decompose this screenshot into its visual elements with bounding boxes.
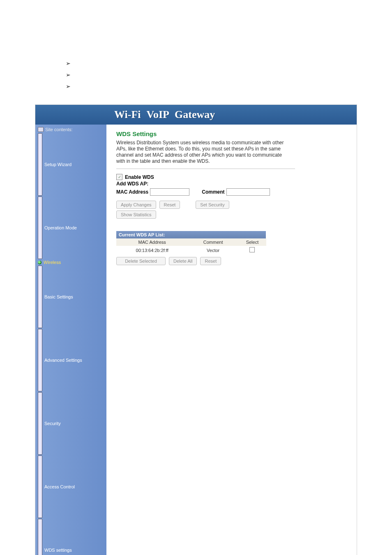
sidebar-item-wireless[interactable]: Wireless xyxy=(38,259,105,265)
row-select-checkbox[interactable] xyxy=(249,247,255,252)
page-icon xyxy=(38,519,42,555)
sidebar-item-label: Access Control xyxy=(44,484,75,489)
page-icon xyxy=(38,329,42,391)
mac-address-input[interactable] xyxy=(150,188,189,196)
folder-open-icon xyxy=(38,261,42,264)
sidebar-item-operation-mode[interactable]: Operation Mode xyxy=(38,196,105,259)
table-row: 00:13:64:2b:2f:ff Vector xyxy=(116,246,266,254)
delete-selected-button[interactable]: Delete Selected xyxy=(116,257,166,265)
reset-button[interactable]: Reset xyxy=(159,201,180,209)
sidebar-title: Site contents: xyxy=(38,127,105,132)
page-icon xyxy=(38,197,42,259)
arrow-icon: ➢ xyxy=(66,60,71,67)
divider xyxy=(116,169,295,169)
cell-comment: Vector xyxy=(188,246,238,254)
page-icon xyxy=(38,266,42,328)
th-comment: Comment xyxy=(188,238,238,246)
banner-title: Wi-Fi VoIP Gateway xyxy=(35,105,357,125)
page-title: WDS Settings xyxy=(116,130,343,137)
page-icon xyxy=(38,133,42,196)
comment-label: Comment xyxy=(202,189,224,195)
sidebar-item-security[interactable]: Security xyxy=(38,392,105,455)
sidebar-title-text: Site contents: xyxy=(45,127,73,132)
show-statistics-button[interactable]: Show Statistics xyxy=(116,210,156,219)
screenshot-wds-settings: Wi-Fi VoIP Gateway Site contents: Setup … xyxy=(35,104,357,555)
comment-input[interactable] xyxy=(226,188,270,196)
add-wds-ap-label: Add WDS AP: xyxy=(116,181,343,187)
mac-address-label: MAC Address xyxy=(116,189,148,195)
apply-changes-button[interactable]: Apply Changes xyxy=(116,201,156,209)
sidebar-item-label: Basic Settings xyxy=(44,294,73,299)
page-icon xyxy=(38,456,42,518)
cell-mac: 00:13:64:2b:2f:ff xyxy=(116,246,188,254)
arrow-icon: ➢ xyxy=(66,83,71,90)
sidebar-item-label: WDS settings xyxy=(44,548,72,553)
sidebar-item-label: Wireless xyxy=(44,260,61,265)
wds-list-caption: Current WDS AP List: xyxy=(116,231,266,238)
cell-select xyxy=(238,246,266,254)
th-select: Select xyxy=(238,238,266,246)
sidebar: Site contents: Setup Wizard Operation Mo… xyxy=(35,125,106,555)
monitor-icon xyxy=(38,127,44,132)
page-icon xyxy=(38,392,42,455)
sidebar-item-advanced-settings[interactable]: Advanced Settings xyxy=(38,328,105,392)
content-area: WDS Settings Wireless Distribution Syste… xyxy=(106,125,357,555)
enable-wds-checkbox[interactable]: ✓ xyxy=(116,174,122,180)
bullet-list-top: ➢ ➢ ➢ xyxy=(66,58,392,92)
reset-list-button[interactable]: Reset xyxy=(200,257,221,265)
arrow-icon: ➢ xyxy=(66,72,71,78)
sidebar-item-label: Advanced Settings xyxy=(44,358,82,363)
sidebar-item-label: Setup Wizard xyxy=(44,162,71,167)
sidebar-item-setup-wizard[interactable]: Setup Wizard xyxy=(38,133,105,196)
sidebar-item-wds-settings[interactable]: WDS settings xyxy=(38,518,105,555)
sidebar-item-basic-settings[interactable]: Basic Settings xyxy=(38,265,105,328)
enable-wds-label: Enable WDS xyxy=(125,174,154,180)
page-description: Wireless Distribution System uses wirele… xyxy=(116,140,289,164)
sidebar-item-access-control[interactable]: Access Control xyxy=(38,455,105,518)
delete-all-button[interactable]: Delete All xyxy=(169,257,197,265)
th-mac: MAC Address xyxy=(116,238,188,246)
sidebar-item-label: Security xyxy=(44,421,61,426)
wds-ap-table: MAC Address Comment Select 00:13:64:2b:2… xyxy=(116,238,266,254)
sidebar-item-label: Operation Mode xyxy=(44,225,77,230)
set-security-button[interactable]: Set Security xyxy=(196,201,229,209)
